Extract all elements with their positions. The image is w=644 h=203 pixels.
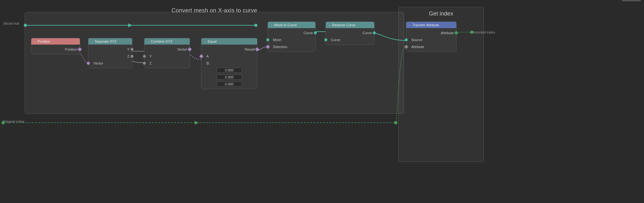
mesh-to-curve-header[interactable]: ⌄ Mesh to Curve (268, 22, 315, 28)
reverse-curve-input-row: Curve (326, 36, 374, 43)
reverse-curve-chevron: ⌄ (328, 23, 331, 27)
mesh-to-curve-body: Curve Mesh Selection (268, 28, 315, 52)
mesh-to-curve-curve-port[interactable] (314, 31, 317, 34)
mesh-to-curve-selection-row: Selection (268, 43, 315, 50)
transfer-attribute-header[interactable]: ⌄ Transfer Attribute (406, 22, 456, 28)
equal-node: ⌄ Equal Result A B: (201, 38, 257, 89)
reverse-curve-label: Reverse Curve (332, 23, 355, 27)
combine-xyz-vector-label: Vector (177, 47, 187, 51)
transfer-attribute-node: ⌄ Transfer Attribute Attribute Source At… (406, 22, 457, 52)
separate-xyz-z-row: Z (88, 53, 132, 60)
separate-xyz-label: Separate XYZ (95, 40, 117, 43)
mesh-to-curve-mesh-port[interactable] (266, 38, 269, 41)
combine-xyz-y-label: Y (149, 54, 152, 58)
equal-header[interactable]: ⌄ Equal (201, 38, 257, 45)
combine-xyz-label: Combine XYZ (151, 40, 172, 43)
mesh-to-curve-curve-row: Curve (268, 29, 315, 36)
reverse-curve-node: ⌄ Reverse Curve Curve Curve (325, 22, 375, 45)
transfer-attribute-source-port[interactable] (405, 38, 408, 41)
equal-b1-row (201, 67, 257, 74)
combine-xyz-z-label: Z (149, 61, 152, 65)
equal-b1-input[interactable] (217, 68, 242, 73)
position-node-body: Position (31, 45, 80, 54)
position-node-header[interactable]: ⌄ Position (31, 38, 80, 45)
equal-b-label: B: (206, 61, 210, 65)
reverse-curve-output-row: Curve (326, 29, 374, 36)
equal-result-label: Result (245, 47, 255, 51)
combine-xyz-node: ⌄ Combine XYZ Vector Y Z (144, 38, 190, 68)
transfer-attribute-output-row: Attribute (406, 29, 456, 36)
transfer-attribute-output-label: Attribute (441, 31, 454, 35)
reverse-curve-input-label: Curve (331, 38, 340, 42)
reverse-curve-body: Curve Curve (326, 28, 374, 45)
separate-xyz-vector-port[interactable] (87, 62, 90, 65)
position-node: ⌄ Position Position (31, 38, 80, 54)
get-index-title: Get index (429, 10, 453, 17)
reverse-curve-output-label: Curve (363, 31, 372, 35)
equal-label: Equal (208, 40, 217, 43)
separate-xyz-y-port[interactable] (130, 48, 134, 51)
equal-b-row: B: (201, 60, 257, 67)
separate-xyz-y-label: Y (127, 47, 129, 51)
separate-xyz-node: ⌄ Separate XYZ Y Z Vector (88, 38, 132, 68)
position-output-label: Position (65, 47, 77, 51)
svg-point-7 (394, 121, 397, 124)
combine-xyz-vector-row: Vector (144, 46, 190, 53)
separate-xyz-y-row: Y (88, 46, 132, 53)
separate-xyz-header[interactable]: ⌄ Separate XYZ (88, 38, 132, 45)
equal-a-label: A (206, 54, 209, 58)
transfer-attribute-label: Transfer Attribute (413, 23, 439, 27)
separate-xyz-z-port[interactable] (130, 55, 134, 58)
combine-xyz-header[interactable]: ⌄ Combine XYZ (144, 38, 190, 45)
combine-xyz-y-row: Y (144, 53, 190, 60)
equal-b3-row (201, 81, 257, 88)
combine-xyz-body: Vector Y Z (144, 45, 190, 68)
mesh-to-curve-chevron: ⌄ (270, 23, 273, 27)
combine-xyz-chevron: ⌄ (147, 40, 149, 43)
combine-xyz-z-port[interactable] (143, 62, 146, 65)
separate-xyz-vector-row: Vector (88, 60, 132, 67)
separate-xyz-body: Y Z Vector (88, 45, 132, 68)
transfer-attribute-attr-label: Attribute (411, 45, 424, 49)
equal-result-row: Result (201, 46, 257, 53)
original-index-label: Original index (3, 120, 24, 123)
reverse-curve-output-port[interactable] (373, 31, 376, 34)
position-label: Position (38, 40, 50, 43)
reverse-curve-header[interactable]: ⌄ Reverse Curve (326, 22, 374, 28)
reverse-curve-input-port[interactable] (324, 38, 327, 41)
transfer-attribute-source-label: Source (411, 38, 422, 42)
equal-a-row: A (201, 53, 257, 60)
transfer-attribute-body: Attribute Source Attribute (406, 28, 456, 52)
separate-xyz-z-label: Z (127, 54, 129, 58)
node-canvas: Convert mesh on X-axis to curve Get inde… (0, 0, 644, 203)
equal-b3-input[interactable] (217, 82, 242, 87)
equal-body: Result A B: (201, 45, 257, 89)
mesh-to-curve-mesh-row: Mesh (268, 36, 315, 43)
main-group-title: Convert mesh on X-axis to curve (172, 7, 257, 14)
equal-chevron: ⌄ (204, 40, 206, 43)
combine-xyz-z-row: Z (144, 60, 190, 67)
separate-xyz-vector-label: Vector (93, 61, 103, 65)
mesh-to-curve-mesh-label: Mesh (273, 38, 281, 42)
equal-b2-row (201, 74, 257, 81)
mesh-to-curve-curve-label: Curve (304, 31, 313, 35)
transfer-attribute-chevron: ⌄ (409, 23, 411, 27)
position-output-row: Position (31, 46, 80, 53)
resorted-index-label: Resorted index (472, 30, 495, 34)
separate-xyz-chevron: ⌄ (91, 40, 93, 43)
mesh-to-curve-node: ⌄ Mesh to Curve Curve Mesh Selection (268, 22, 316, 52)
position-chevron: ⌄ (34, 40, 36, 43)
mesh-to-curve-selection-label: Selection (273, 45, 287, 49)
transfer-attribute-source-row: Source (406, 36, 456, 43)
svg-marker-8 (195, 121, 199, 125)
transfer-attribute-attr-row: Attribute (406, 43, 456, 50)
equal-b2-input[interactable] (217, 75, 242, 80)
scrollbar-horizontal[interactable] (622, 0, 641, 1)
mesh-to-curve-label: Mesh to Curve (274, 23, 297, 27)
sliced-hull-label: Sliced hull (3, 22, 19, 25)
combine-xyz-y-port[interactable] (143, 55, 146, 58)
